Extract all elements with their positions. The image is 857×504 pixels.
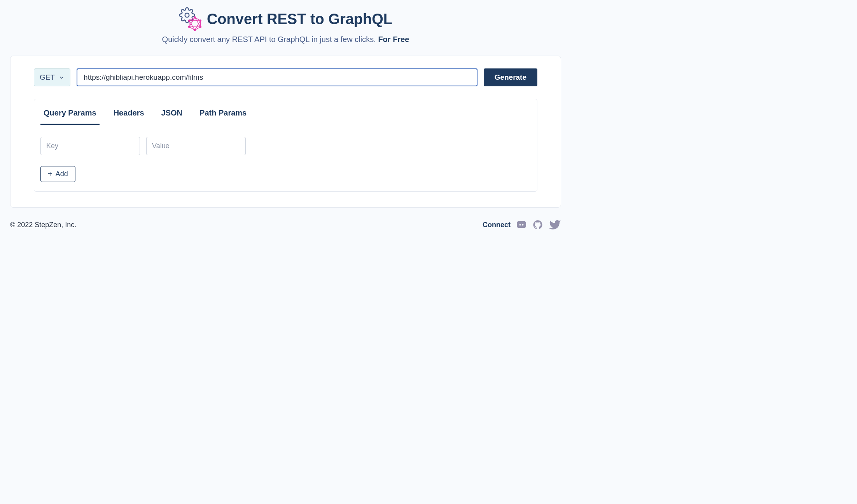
connect-row: Connect: [483, 219, 561, 231]
main-card: GET Generate Query Params Headers JSON P…: [10, 56, 561, 208]
params-card: Query Params Headers JSON Path Params + …: [34, 99, 537, 192]
params-body: + Add: [34, 125, 537, 191]
request-row: GET Generate: [34, 68, 537, 86]
page-title: Convert REST to GraphQL: [207, 11, 392, 28]
tab-path-params[interactable]: Path Params: [196, 99, 250, 125]
logo: [179, 8, 201, 30]
url-input[interactable]: [77, 68, 477, 86]
chevron-down-icon: [59, 75, 65, 80]
method-label: GET: [40, 73, 55, 82]
subtitle-text: Quickly convert any REST API to GraphQL …: [162, 35, 378, 44]
twitter-icon[interactable]: [549, 219, 561, 231]
tab-query-params[interactable]: Query Params: [40, 99, 100, 125]
footer: © 2022 StepZen, Inc. Connect: [0, 208, 571, 231]
connect-label: Connect: [483, 221, 511, 229]
svg-point-8: [519, 224, 521, 226]
svg-rect-7: [517, 221, 526, 228]
tab-headers[interactable]: Headers: [110, 99, 147, 125]
plus-icon: +: [48, 170, 52, 178]
method-select[interactable]: GET: [34, 68, 70, 86]
svg-point-2: [199, 19, 201, 21]
copyright: © 2022 StepZen, Inc.: [10, 221, 76, 229]
add-param-button[interactable]: + Add: [40, 166, 75, 182]
param-value-input[interactable]: [146, 137, 246, 155]
github-icon[interactable]: [532, 219, 543, 230]
param-key-input[interactable]: [40, 137, 140, 155]
svg-point-9: [522, 224, 524, 226]
svg-point-3: [199, 26, 201, 28]
subtitle-emphasis: For Free: [378, 35, 409, 44]
generate-button[interactable]: Generate: [484, 68, 537, 86]
param-row: [40, 137, 531, 155]
svg-point-1: [194, 16, 196, 18]
add-label: Add: [56, 170, 68, 178]
graphql-icon: [187, 16, 202, 31]
svg-point-4: [194, 29, 196, 31]
svg-point-6: [188, 19, 190, 21]
tabs: Query Params Headers JSON Path Params: [34, 99, 537, 125]
tab-json[interactable]: JSON: [158, 99, 185, 125]
svg-point-5: [188, 26, 190, 28]
discord-icon[interactable]: [516, 219, 527, 230]
subtitle: Quickly convert any REST API to GraphQL …: [0, 35, 571, 44]
